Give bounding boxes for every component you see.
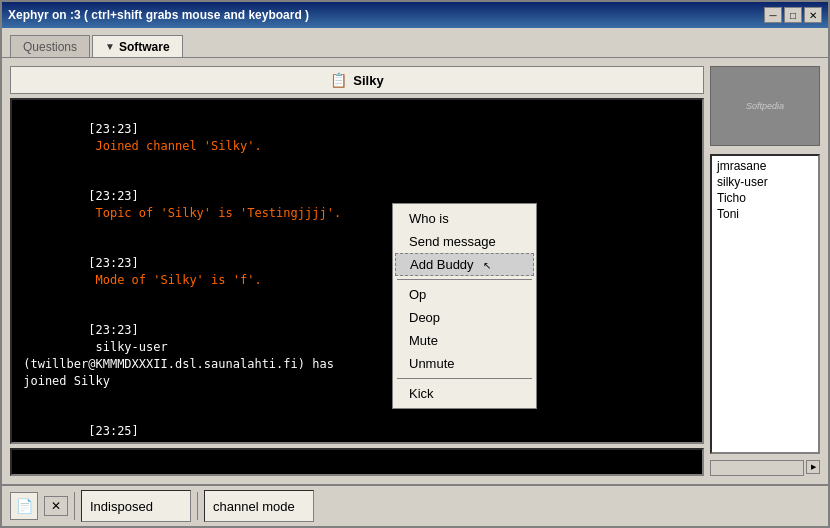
- tab-questions[interactable]: Questions: [10, 35, 90, 57]
- user-item[interactable]: silky-user: [714, 174, 816, 190]
- left-panel: 📋 Silky [23:23] Joined channel 'Silky'. …: [10, 66, 704, 476]
- main-window: Xephyr on :3 ( ctrl+shift grabs mouse an…: [0, 0, 830, 528]
- chat-line-5: [23:25] <Toni> http://toniw.iki.fi/temp/…: [16, 406, 698, 444]
- right-panel: Softpedia jmrasane silky-user Ticho Toni…: [710, 66, 820, 476]
- tab-questions-label: Questions: [23, 40, 77, 54]
- scroll-right-btn[interactable]: ▶: [806, 460, 820, 474]
- status-indisposed-label: Indisposed: [90, 499, 153, 514]
- status-channel-mode: channel mode: [204, 490, 314, 522]
- chat-line-3: [23:23] Mode of 'Silky' is 'f'.: [16, 238, 698, 305]
- status-divider-1: [74, 492, 75, 520]
- chat-line-2: [23:23] Topic of 'Silky' is 'Testingjjjj…: [16, 171, 698, 238]
- status-close-button[interactable]: ✕: [44, 496, 68, 516]
- chat-line-1: [23:23] Joined channel 'Silky'.: [16, 104, 698, 171]
- context-menu: Who is Send message Add Buddy ↖ Op Deop …: [392, 203, 537, 409]
- cursor-icon: ↖: [483, 260, 491, 271]
- menu-item-op[interactable]: Op: [393, 283, 536, 306]
- menu-separator-1: [397, 279, 532, 280]
- scrollbar-area: ▶: [710, 460, 820, 476]
- chat-line-4: [23:23] silky-user (twillber@KMMMDXXXII.…: [16, 306, 698, 407]
- chat-area: [23:23] Joined channel 'Silky'. [23:23] …: [10, 98, 704, 444]
- menu-item-whois[interactable]: Who is: [393, 207, 536, 230]
- userlist[interactable]: jmrasane silky-user Ticho Toni: [710, 154, 820, 454]
- tab-software-label: Software: [119, 40, 170, 54]
- user-item[interactable]: Toni: [714, 206, 816, 222]
- maximize-button[interactable]: □: [784, 7, 802, 23]
- status-indisposed: Indisposed: [81, 490, 191, 522]
- channel-header: 📋 Silky: [10, 66, 704, 94]
- window-title: Xephyr on :3 ( ctrl+shift grabs mouse an…: [8, 8, 309, 22]
- tab-arrow-icon: ▼: [105, 41, 115, 52]
- channel-icon: 📋: [330, 72, 347, 88]
- menu-item-kick[interactable]: Kick: [393, 382, 536, 405]
- titlebar-buttons: ─ □ ✕: [764, 7, 822, 23]
- menu-item-send-message[interactable]: Send message: [393, 230, 536, 253]
- chat-input[interactable]: [12, 453, 702, 471]
- add-buddy-label: Add Buddy: [410, 257, 474, 272]
- file-icon: 📄: [16, 498, 33, 514]
- tab-software[interactable]: ▼ Software: [92, 35, 183, 57]
- input-area[interactable]: [10, 448, 704, 476]
- watermark-area: Softpedia: [710, 66, 820, 146]
- close-button[interactable]: ✕: [804, 7, 822, 23]
- menu-item-mute[interactable]: Mute: [393, 329, 536, 352]
- main-content: 📋 Silky [23:23] Joined channel 'Silky'. …: [2, 58, 828, 484]
- status-divider-2: [197, 492, 198, 520]
- user-item[interactable]: Ticho: [714, 190, 816, 206]
- user-item[interactable]: jmrasane: [714, 158, 816, 174]
- menu-separator-2: [397, 378, 532, 379]
- menu-item-deop[interactable]: Deop: [393, 306, 536, 329]
- channel-mode-label: channel mode: [213, 499, 295, 514]
- minimize-button[interactable]: ─: [764, 7, 782, 23]
- scrollbar-track[interactable]: [710, 460, 804, 476]
- titlebar: Xephyr on :3 ( ctrl+shift grabs mouse an…: [2, 2, 828, 28]
- menu-item-unmute[interactable]: Unmute: [393, 352, 536, 375]
- tabbar: Questions ▼ Software: [2, 28, 828, 58]
- status-file-icon: 📄: [10, 492, 38, 520]
- channel-name: Silky: [353, 73, 383, 88]
- statusbar: 📄 ✕ Indisposed channel mode: [2, 484, 828, 526]
- watermark-text: Softpedia: [746, 101, 784, 111]
- menu-item-add-buddy[interactable]: Add Buddy ↖: [395, 253, 534, 276]
